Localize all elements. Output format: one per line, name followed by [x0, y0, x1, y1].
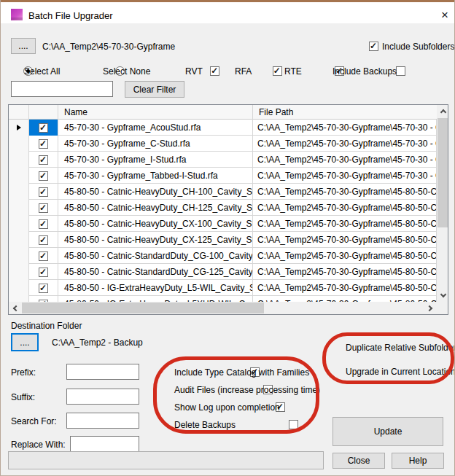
rfa-label[interactable]: RFA: [235, 66, 252, 77]
row-checkbox-cell[interactable]: [29, 248, 58, 264]
file-path-cell[interactable]: C:\AA_Temp2\45-70-30-Gypframe\45-70-30 -…: [253, 168, 437, 184]
row-checkbox-cell[interactable]: [29, 152, 58, 168]
include-subfolders-label[interactable]: Include Subfolders: [382, 42, 454, 52]
duplicate-relative-subfolders-label[interactable]: Duplicate Relative Subfolders: [346, 343, 455, 353]
file-name-cell[interactable]: 45-80-50 - Catnic-StandardDuty_CG-100_Ca…: [58, 248, 253, 264]
row-checkbox[interactable]: [39, 203, 48, 213]
row-selector[interactable]: [9, 200, 29, 216]
file-path-cell[interactable]: C:\AA_Temp2\45-70-30-Gypframe\45-80-50-C…: [253, 184, 437, 200]
row-selector[interactable]: [9, 136, 29, 152]
file-path-cell[interactable]: C:\AA_Temp2\45-70-30-Gypframe\45-80-50-C…: [253, 264, 437, 280]
file-path-cell[interactable]: C:\AA_Temp2\45-70-30-Gypframe\45-80-50-C…: [253, 232, 437, 248]
vertical-scroll-thumb[interactable]: [438, 118, 448, 227]
file-grid[interactable]: Name File Path 45-70-30 - Gypframe_AcouS…: [8, 104, 448, 315]
include-type-catalog-label[interactable]: Include Type Catalog with Families: [174, 367, 309, 378]
close-icon[interactable]: ×: [434, 4, 455, 26]
search-for-field[interactable]: [66, 413, 139, 429]
filter-input[interactable]: [11, 81, 113, 97]
row-checkbox-cell[interactable]: [29, 168, 58, 184]
row-selector[interactable]: [9, 152, 29, 168]
include-backups-label[interactable]: Include Backups: [332, 66, 397, 77]
row-selector[interactable]: [9, 264, 29, 280]
table-row[interactable]: 45-80-50 - Catnic-HeavyDuty_CH-100_Cavit…: [9, 184, 437, 200]
select-none-label[interactable]: Select None: [103, 66, 150, 77]
replace-with-field[interactable]: [70, 436, 139, 452]
row-selector[interactable]: [9, 216, 29, 232]
upgrade-in-current-location-label[interactable]: Upgrade in Current Location: [346, 367, 455, 377]
row-checkbox-cell[interactable]: [29, 136, 58, 152]
scroll-right-icon[interactable]: [424, 302, 437, 314]
show-log-label[interactable]: Show Log upon completion: [174, 402, 280, 413]
file-name-cell[interactable]: 45-80-50 - Catnic-HeavyDuty_CH-125_Cavit…: [58, 200, 253, 216]
audit-files-label[interactable]: Audit Files (increase processing time): [174, 385, 320, 395]
table-row[interactable]: 45-70-30 - Gypframe_Tabbed-I-Stud.rfa C:…: [9, 168, 437, 184]
close-button[interactable]: Close: [332, 453, 385, 469]
rte-label[interactable]: RTE: [284, 66, 302, 77]
row-checkbox[interactable]: [39, 235, 48, 245]
include-subfolders-checkbox[interactable]: [369, 42, 378, 51]
file-path-cell[interactable]: C:\AA_Temp2\45-70-30-Gypframe\45-70-30 -…: [253, 136, 437, 152]
file-name-cell[interactable]: 45-80-50 - Catnic-HeavyDuty_CH-100_Cavit…: [58, 184, 253, 200]
include-backups-checkbox[interactable]: [396, 66, 405, 76]
scroll-left-icon[interactable]: [9, 302, 21, 314]
row-checkbox[interactable]: [39, 139, 48, 149]
row-checkbox[interactable]: [39, 123, 48, 133]
table-row[interactable]: 45-80-50 - IG-ExtraHeavyDuty_L5-WIL_Cavi…: [9, 280, 437, 296]
file-path-cell[interactable]: C:\AA_Temp2\45-70-30-Gypframe\45-80-50-C…: [253, 280, 437, 296]
horizontal-scroll-thumb[interactable]: [22, 303, 264, 313]
delete-backups-checkbox[interactable]: [289, 420, 298, 429]
file-name-cell[interactable]: 45-70-30 - Gypframe_AcouStud.rfa: [58, 120, 253, 136]
file-name-cell[interactable]: 45-80-50 - Catnic-HeavyDuty_CX-125_Cavit…: [58, 232, 253, 248]
table-row[interactable]: 45-80-50 - Catnic-HeavyDuty_CX-125_Cavit…: [9, 232, 437, 248]
row-checkbox[interactable]: [39, 251, 48, 261]
row-checkbox-cell[interactable]: [29, 200, 58, 216]
file-path-cell[interactable]: C:\AA_Temp2\45-70-30-Gypframe\45-70-30 -…: [253, 120, 437, 136]
delete-backups-label[interactable]: Delete Backups: [174, 420, 236, 430]
row-checkbox-cell[interactable]: [29, 184, 58, 200]
file-name-cell[interactable]: 45-80-50 - IG-ExtraHeavyDuty_L5-WIL_Cavi…: [58, 280, 253, 296]
table-row[interactable]: 45-70-30 - Gypframe_I-Stud.rfa C:\AA_Tem…: [9, 152, 437, 168]
row-checkbox[interactable]: [39, 219, 48, 229]
row-selector[interactable]: [9, 280, 29, 296]
file-name-cell[interactable]: 45-80-50 - Catnic-StandardDuty_CG-125_Ca…: [58, 264, 253, 280]
grid-header-path[interactable]: File Path: [253, 105, 437, 120]
destination-browse-button[interactable]: ....: [11, 333, 39, 351]
file-path-cell[interactable]: C:\AA_Temp2\45-70-30-Gypframe\45-80-50-C…: [253, 216, 437, 232]
table-row[interactable]: 45-80-50 - Catnic-StandardDuty_CG-100_Ca…: [9, 248, 437, 264]
table-row[interactable]: 45-80-50 - Catnic-HeavyDuty_CX-100_Cavit…: [9, 216, 437, 232]
row-checkbox[interactable]: [39, 171, 48, 181]
row-checkbox-cell[interactable]: [29, 280, 58, 296]
row-selector[interactable]: [9, 232, 29, 248]
row-checkbox-cell[interactable]: [29, 120, 58, 136]
file-path-cell[interactable]: C:\AA_Temp2\45-70-30-Gypframe\45-80-50-C…: [253, 200, 437, 216]
row-checkbox[interactable]: [39, 268, 48, 277]
vertical-scrollbar[interactable]: [437, 105, 448, 302]
file-name-cell[interactable]: 45-70-30 - Gypframe_C-Stud.rfa: [58, 136, 253, 152]
row-checkbox[interactable]: [39, 155, 48, 165]
prefix-field[interactable]: [66, 364, 139, 380]
suffix-field[interactable]: [66, 389, 139, 405]
scroll-down-icon[interactable]: [437, 289, 448, 302]
source-browse-button[interactable]: ....: [11, 38, 36, 54]
row-checkbox[interactable]: [39, 284, 48, 293]
rvt-checkbox[interactable]: [210, 66, 219, 76]
file-name-cell[interactable]: 45-80-50 - Catnic-HeavyDuty_CX-100_Cavit…: [58, 216, 253, 232]
row-selector[interactable]: [9, 120, 29, 136]
horizontal-scrollbar[interactable]: [9, 302, 437, 314]
row-selector[interactable]: [9, 184, 29, 200]
update-button[interactable]: Update: [332, 417, 443, 446]
table-row[interactable]: 45-70-30 - Gypframe_C-Stud.rfa C:\AA_Tem…: [9, 136, 437, 152]
row-checkbox-cell[interactable]: [29, 232, 58, 248]
help-button[interactable]: Help: [392, 453, 444, 469]
table-row[interactable]: 45-70-30 - Gypframe_AcouStud.rfa C:\AA_T…: [9, 120, 437, 136]
row-selector[interactable]: [9, 248, 29, 264]
scroll-up-icon[interactable]: [437, 105, 448, 117]
file-path-cell[interactable]: C:\AA_Temp2\45-70-30-Gypframe\45-70-30 -…: [253, 152, 437, 168]
row-checkbox[interactable]: [39, 187, 48, 197]
rfa-checkbox[interactable]: [273, 66, 282, 76]
table-row[interactable]: 45-80-50 - Catnic-StandardDuty_CG-125_Ca…: [9, 264, 437, 280]
file-name-cell[interactable]: 45-70-30 - Gypframe_I-Stud.rfa: [58, 152, 253, 168]
rvt-label[interactable]: RVT: [185, 66, 203, 77]
title-bar[interactable]: Batch File Upgrader ×: [1, 2, 455, 23]
file-name-cell[interactable]: 45-70-30 - Gypframe_Tabbed-I-Stud.rfa: [58, 168, 253, 184]
